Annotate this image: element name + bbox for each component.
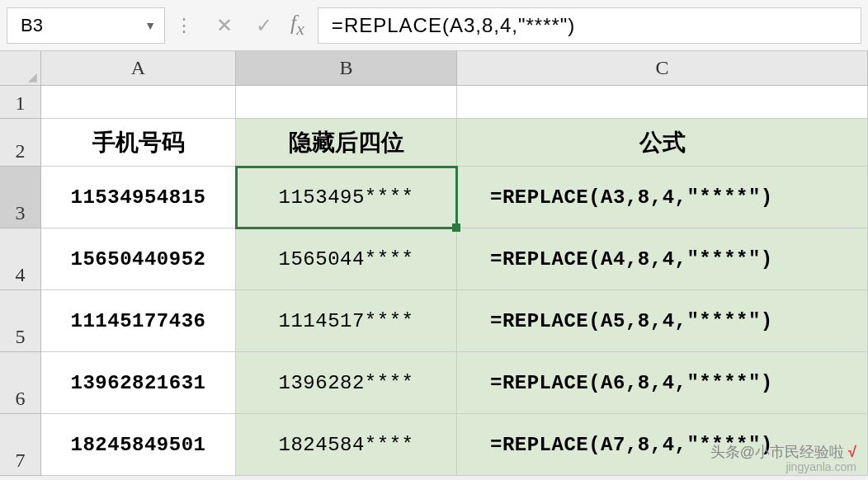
col-header-c[interactable]: C [457,51,868,86]
name-box[interactable]: B3 ▼ [7,7,165,44]
row-header-1[interactable]: 1 [0,86,41,119]
select-all-corner[interactable] [0,51,41,86]
cell-c5[interactable]: =REPLACE(A5,8,4,"****") [457,290,868,352]
cell-b5[interactable]: 1114517**** [236,290,457,352]
row-header-4[interactable]: 4 [0,228,41,290]
vertical-dots-icon: ⋮ [165,15,205,36]
row-header-6[interactable]: 6 [0,352,41,414]
cell-b1[interactable] [236,86,457,119]
cell-a6[interactable]: 13962821631 [41,352,236,414]
cell-a1[interactable] [41,86,236,119]
cell-b2[interactable]: 隐藏后四位 [236,119,457,167]
row-header-2[interactable]: 2 [0,119,41,167]
watermark-text: 头条@小市民经验啦 [710,444,844,460]
spreadsheet-grid: A B C 1 2 手机号码 隐藏后四位 公式 3 11534954815 11… [0,51,868,476]
cell-c4[interactable]: =REPLACE(A4,8,4,"****") [457,228,868,290]
cell-c3[interactable]: =REPLACE(A3,8,4,"****") [457,167,868,228]
cell-c1[interactable] [457,86,868,119]
formula-bar: B3 ▼ ⋮ ✕ ✓ fx =REPLACE(A3,8,4,"****") [0,0,868,51]
row-header-7[interactable]: 7 [0,414,41,476]
cell-a3[interactable]: 11534954815 [41,167,236,228]
cell-a2[interactable]: 手机号码 [41,119,236,167]
cell-c6[interactable]: =REPLACE(A6,8,4,"****") [457,352,868,414]
cancel-icon[interactable]: ✕ [208,9,241,42]
cell-a7[interactable]: 18245849501 [41,414,236,476]
formula-input[interactable]: =REPLACE(A3,8,4,"****") [318,7,861,44]
cell-b6[interactable]: 1396282**** [236,352,457,414]
confirm-icon[interactable]: ✓ [248,9,281,42]
col-header-a[interactable]: A [41,51,236,86]
formula-text: =REPLACE(A3,8,4,"****") [332,14,576,37]
watermark-check-icon: √ [848,444,856,460]
fx-icon[interactable]: fx [284,11,318,40]
row-header-5[interactable]: 5 [0,290,41,352]
cell-b7[interactable]: 1824584**** [236,414,457,476]
watermark: 头条@小市民经验啦 √ jingyanla.com [710,442,856,473]
cell-c2[interactable]: 公式 [457,119,868,167]
dropdown-icon[interactable]: ▼ [144,19,156,32]
cell-a4[interactable]: 15650440952 [41,228,236,290]
cell-b4[interactable]: 1565044**** [236,228,457,290]
col-header-b[interactable]: B [236,51,457,86]
row-header-3[interactable]: 3 [0,167,41,228]
cell-a5[interactable]: 11145177436 [41,290,236,352]
name-box-value: B3 [21,15,43,36]
cell-b3[interactable]: 1153495**** [236,167,457,228]
watermark-url: jingyanla.com [710,460,856,473]
